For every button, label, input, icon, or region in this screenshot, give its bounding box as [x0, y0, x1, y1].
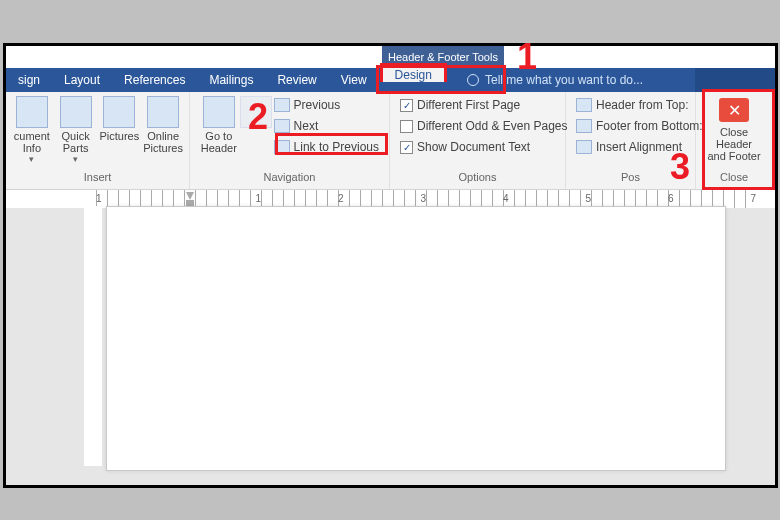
- different-odd-even-label: Different Odd & Even Pages: [417, 119, 568, 133]
- annotation-box-1: [376, 65, 506, 94]
- group-options-label: Options: [396, 171, 559, 187]
- annotation-number-1: 1: [517, 36, 537, 78]
- app-window: Header & Footer Tools sign Layout Refere…: [3, 43, 778, 488]
- tab-references[interactable]: References: [112, 68, 197, 92]
- tab-view[interactable]: View: [329, 68, 379, 92]
- checkbox-icon: [400, 120, 413, 133]
- document-info-label: cument Info: [14, 130, 50, 154]
- goto-header-button[interactable]: Go to Header: [196, 96, 242, 154]
- header-from-top-label: Header from Top:: [596, 98, 689, 112]
- next-label: Next: [294, 119, 319, 133]
- different-first-page-label: Different First Page: [417, 98, 520, 112]
- tab-layout[interactable]: Layout: [52, 68, 112, 92]
- previous-icon: [274, 98, 290, 112]
- show-document-text-label: Show Document Text: [417, 140, 530, 154]
- different-odd-even-checkbox[interactable]: Different Odd & Even Pages: [396, 117, 572, 135]
- goto-header-label: Go to Header: [201, 130, 237, 154]
- checkbox-icon: ✓: [400, 141, 413, 154]
- footer-from-bottom-field[interactable]: Footer from Bottom:: [572, 117, 707, 135]
- quick-parts-icon: [60, 96, 92, 128]
- checkbox-icon: ✓: [400, 99, 413, 112]
- pictures-button[interactable]: Pictures: [100, 96, 140, 142]
- header-from-top-field[interactable]: Header from Top:: [572, 96, 707, 114]
- annotation-number-3: 3: [670, 146, 690, 188]
- show-document-text-checkbox[interactable]: ✓Show Document Text: [396, 138, 572, 156]
- tell-me-placeholder: Tell me what you want to do...: [485, 73, 643, 87]
- header-top-icon: [576, 98, 592, 112]
- annotation-box-3: [702, 89, 775, 190]
- different-first-page-checkbox[interactable]: ✓Different First Page: [396, 96, 572, 114]
- quick-parts-label: Quick Parts: [62, 130, 90, 154]
- previous-button[interactable]: Previous: [270, 96, 383, 114]
- goto-header-icon: [203, 96, 235, 128]
- annotation-box-2: [275, 133, 388, 155]
- tab-design-main[interactable]: sign: [6, 68, 52, 92]
- pictures-label: Pictures: [100, 130, 140, 142]
- vertical-ruler[interactable]: [84, 206, 102, 466]
- annotation-number-2: 2: [248, 96, 268, 138]
- next-icon: [274, 119, 290, 133]
- alignment-tab-icon: [576, 140, 592, 154]
- ruler-numbers: 11234567: [96, 193, 756, 204]
- group-insert-label: Insert: [12, 171, 183, 187]
- previous-label: Previous: [294, 98, 341, 112]
- document-info-icon: [16, 96, 48, 128]
- document-info-button[interactable]: cument Info: [12, 96, 52, 164]
- document-page[interactable]: [106, 206, 726, 471]
- online-pictures-label: Online Pictures: [143, 130, 183, 154]
- footer-bottom-icon: [576, 119, 592, 133]
- pictures-icon: [103, 96, 135, 128]
- ribbon: cument Info Quick Parts Pictures Online …: [6, 92, 775, 190]
- tab-mailings[interactable]: Mailings: [197, 68, 265, 92]
- quick-parts-button[interactable]: Quick Parts: [56, 96, 96, 164]
- online-pictures-button[interactable]: Online Pictures: [143, 96, 183, 154]
- online-pictures-icon: [147, 96, 179, 128]
- group-insert: cument Info Quick Parts Pictures Online …: [6, 92, 190, 189]
- group-navigation-label: Navigation: [196, 171, 383, 187]
- group-options: ✓Different First Page Different Odd & Ev…: [390, 92, 566, 189]
- footer-from-bottom-label: Footer from Bottom:: [596, 119, 703, 133]
- tab-review[interactable]: Review: [265, 68, 328, 92]
